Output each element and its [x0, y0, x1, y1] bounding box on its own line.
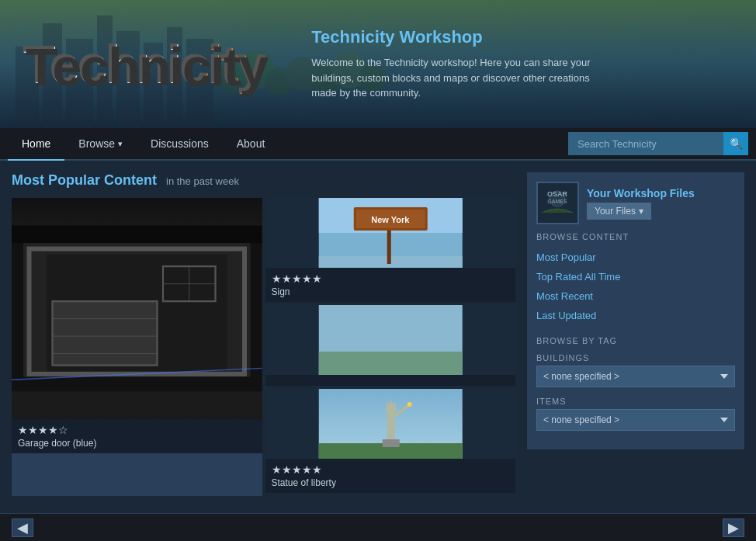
svg-text:GAMES: GAMES [547, 199, 567, 204]
svg-text:OSAR: OSAR [547, 190, 568, 198]
item-info-sign: ★★★★★ Sign [265, 268, 516, 302]
unknown-svg [265, 305, 516, 375]
garage-svg [12, 198, 262, 419]
buildings-label: BUILDINGS [536, 353, 735, 362]
svg-rect-16 [12, 226, 262, 244]
sidebar-top-rated[interactable]: Top Rated All Time [536, 267, 735, 286]
garage-preview [12, 198, 262, 419]
svg-rect-23 [53, 301, 158, 366]
workshop-description: Welcome to the Technicity workshop! Here… [311, 55, 606, 101]
nav-bar: Home Browse Discussions About 🔍 [0, 128, 756, 161]
sign-svg: New York [265, 198, 516, 268]
logo-text: Technicity [23, 34, 265, 95]
item-thumb-garage [12, 198, 262, 419]
item-card-sign[interactable]: New York ★★★★★ Sign [265, 198, 516, 302]
logo: Technicity [0, 19, 288, 110]
small-items-col: New York ★★★★★ Sign [265, 198, 516, 496]
sidebar-last-updated[interactable]: Last Updated [536, 306, 735, 325]
workshop-files-title: Your Workshop Files [587, 187, 695, 199]
logo-tech: Techni [23, 35, 180, 94]
browse-content-label: Browse Content [536, 232, 735, 241]
svg-rect-46 [382, 439, 399, 447]
svg-rect-31 [387, 225, 390, 264]
item-thumb-sign: New York [265, 198, 516, 268]
svg-text:New York: New York [371, 215, 410, 224]
item-name-statue: Statue of liberty [272, 477, 510, 488]
items-select[interactable]: < none specified > [536, 409, 735, 431]
bottom-nav: ◀ ▶ [0, 513, 756, 541]
item-thumb-unknown [265, 305, 516, 375]
avatar-logo: OSAR GAMES [538, 183, 577, 223]
section-title-area: Most Popular Content in the past week [12, 172, 515, 189]
item-info-garage: ★★★★☆ Garage door (blue) [12, 419, 262, 453]
header-banner: Technicity Technicity Workshop Welcome t… [0, 0, 756, 128]
buildings-select[interactable]: < none specified > [536, 366, 735, 387]
nav-browse[interactable]: Browse [64, 128, 137, 161]
workshop-title-area: Your Workshop Files Your Files [587, 187, 695, 220]
search-icon: 🔍 [730, 137, 743, 150]
search-input[interactable] [568, 132, 723, 155]
nav-discussions[interactable]: Discussions [137, 128, 223, 161]
browse-by-tag-label: Browse By Tag [536, 336, 735, 345]
item-card-statue[interactable]: ★★★★★ Statue of liberty [265, 389, 516, 493]
item-card-unknown[interactable] [265, 305, 516, 386]
item-stars-sign: ★★★★★ [272, 272, 510, 285]
svg-rect-36 [318, 352, 462, 375]
search-button[interactable]: 🔍 [723, 132, 748, 155]
avatar-inner: OSAR GAMES [538, 183, 577, 223]
item-name-garage: Garage door (blue) [18, 438, 256, 449]
workshop-title: Technicity Workshop [311, 27, 733, 47]
sidebar-most-popular[interactable]: Most Popular [536, 248, 735, 267]
items-grid: ★★★★☆ Garage door (blue) [12, 198, 515, 496]
items-label: ITEMS [536, 397, 735, 406]
item-stars-statue: ★★★★★ [272, 463, 510, 476]
browse-by-tag-section: Browse By Tag BUILDINGS < none specified… [536, 336, 735, 440]
sidebar: OSAR GAMES Your Workshop Files Your File… [527, 172, 744, 501]
item-name-sign: Sign [272, 286, 510, 297]
svg-point-45 [407, 402, 411, 407]
your-files-button[interactable]: Your Files [587, 203, 651, 220]
item-thumb-statue [265, 389, 516, 459]
item-stars-garage: ★★★★☆ [18, 424, 256, 436]
nav-about[interactable]: About [223, 128, 279, 161]
statue-svg [265, 389, 516, 459]
prev-button[interactable]: ◀ [12, 518, 33, 537]
sidebar-most-recent[interactable]: Most Recent [536, 286, 735, 306]
svg-point-40 [385, 404, 396, 414]
logo-city-text: city [180, 35, 265, 94]
item-info-statue: ★★★★★ Statue of liberty [265, 459, 516, 493]
svg-rect-39 [387, 412, 394, 443]
avatar: OSAR GAMES [536, 182, 579, 224]
section-heading: Most Popular Content [12, 172, 157, 189]
main-content: Most Popular Content in the past week [0, 161, 756, 513]
nav-home[interactable]: Home [8, 128, 64, 161]
section-subtitle: in the past week [166, 175, 239, 187]
nav-search: 🔍 [568, 128, 748, 159]
workshop-files-box: OSAR GAMES Your Workshop Files Your File… [527, 172, 744, 449]
header-info: Technicity Workshop Welcome to the Techn… [288, 12, 756, 116]
workshop-header: OSAR GAMES Your Workshop Files Your File… [536, 182, 735, 224]
item-info-unknown [265, 375, 516, 386]
item-card-garage[interactable]: ★★★★☆ Garage door (blue) [12, 198, 262, 496]
next-button[interactable]: ▶ [723, 518, 744, 537]
content-area: Most Popular Content in the past week [12, 172, 515, 501]
